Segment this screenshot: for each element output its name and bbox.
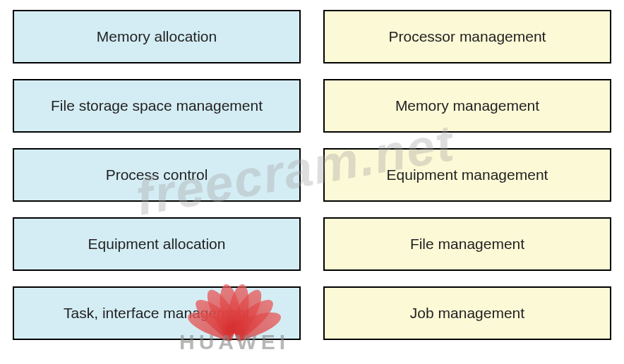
left-box-5: Task, interface management	[13, 286, 301, 340]
right-label-1: Processor management	[389, 28, 546, 45]
right-label-3: Equipment management	[387, 166, 548, 183]
left-box-4: Equipment allocation	[13, 217, 301, 271]
right-label-2: Memory management	[395, 97, 539, 114]
right-box-5: Job management	[323, 286, 611, 340]
right-label-5: Job management	[410, 305, 524, 322]
diagram-container: Memory allocation File storage space man…	[0, 0, 624, 350]
right-box-3: Equipment management	[323, 148, 611, 202]
left-label-5: Task, interface management	[64, 305, 250, 322]
right-column: Processor management Memory management E…	[323, 10, 611, 340]
left-label-2: File storage space management	[51, 97, 263, 114]
left-column: Memory allocation File storage space man…	[13, 10, 301, 340]
right-box-2: Memory management	[323, 79, 611, 133]
right-label-4: File management	[410, 236, 524, 253]
right-box-4: File management	[323, 217, 611, 271]
left-box-2: File storage space management	[13, 79, 301, 133]
left-label-1: Memory allocation	[97, 28, 217, 45]
left-box-3: Process control	[13, 148, 301, 202]
left-label-3: Process control	[106, 166, 208, 183]
left-box-1: Memory allocation	[13, 10, 301, 63]
right-box-1: Processor management	[323, 10, 611, 63]
left-label-4: Equipment allocation	[88, 236, 226, 253]
